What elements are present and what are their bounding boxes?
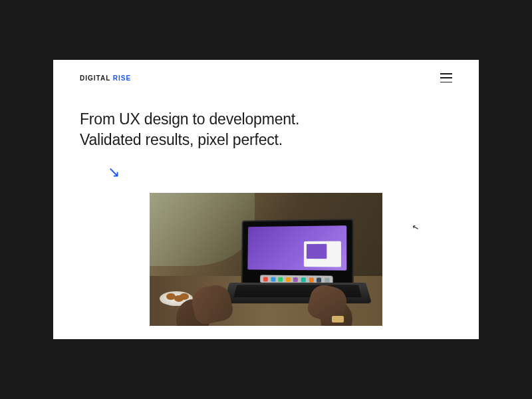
logo[interactable]: DIGITAL RISE [80,74,131,82]
hero-image [150,193,382,326]
header: DIGITAL RISE [53,60,479,82]
hero-headline: From UX design to development. Validated… [53,82,479,150]
cursor-icon: ↖ [411,222,420,233]
arrow-down-right-icon: ↘ [53,150,479,180]
hero-line-2: Validated results, pixel perfect. [80,130,452,150]
logo-text-accent: RISE [113,74,131,82]
hero-illustration [150,193,382,326]
hero-line-1: From UX design to development. [80,109,452,130]
landing-page: DIGITAL RISE From UX design to developme… [53,60,479,339]
hamburger-menu-icon[interactable] [440,73,452,82]
logo-text-dark: DIGITAL [80,74,110,82]
